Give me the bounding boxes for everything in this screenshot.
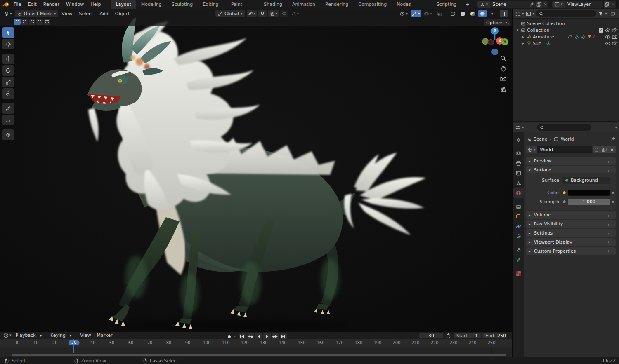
viewport-menu-view[interactable]: View <box>58 11 76 16</box>
disclosure-closed-icon[interactable]: ▸ <box>521 41 525 45</box>
workspace-tab-sculpting[interactable]: Sculpting <box>167 0 198 9</box>
shading-options-button[interactable]: ▾ <box>488 10 496 17</box>
workspace-tab-shading[interactable]: Shading <box>259 0 287 9</box>
select-intersect-button[interactable] <box>44 19 50 25</box>
pause-render-button[interactable] <box>500 10 508 17</box>
ruler-tick-90[interactable]: 90 <box>185 341 191 345</box>
select-box-tool[interactable] <box>2 27 14 38</box>
viewlayer-selector[interactable]: ▾ ViewLayer × <box>552 1 617 8</box>
keyframe-dot-icon[interactable] <box>612 201 614 203</box>
fake-user-button[interactable] <box>592 146 600 153</box>
tab-collection[interactable] <box>513 202 524 211</box>
ruler-tick-130[interactable]: 130 <box>260 341 267 345</box>
workspace-tab-layout[interactable]: Layout <box>111 0 136 9</box>
playhead[interactable] <box>73 339 74 353</box>
gizmos-button[interactable]: ▾ <box>411 10 421 17</box>
viewport-render-kirin-model[interactable] <box>0 9 513 332</box>
tab-object[interactable] <box>513 211 524 221</box>
shading-material-button[interactable] <box>468 10 477 17</box>
tab-view-layer[interactable] <box>513 168 524 178</box>
start-frame-field[interactable]: Start1 <box>454 333 481 338</box>
proportional-falloff-button[interactable]: ▾ <box>290 10 300 17</box>
tab-physics[interactable] <box>513 221 524 231</box>
transform-tool[interactable] <box>2 88 14 99</box>
tab-texture[interactable] <box>513 268 524 278</box>
world-name-field[interactable]: World <box>537 146 592 153</box>
drag-handle-icon[interactable]: ⋮⋮ <box>607 159 613 163</box>
ruler-tick-230[interactable]: 230 <box>449 341 457 345</box>
drag-handle-icon[interactable]: ⋮⋮ <box>607 231 613 235</box>
proportional-editing-button[interactable] <box>280 10 288 17</box>
move-tool[interactable] <box>2 54 14 64</box>
tab-object-data[interactable] <box>513 245 524 255</box>
blender-logo-icon[interactable] <box>2 1 9 8</box>
breadcrumb-world[interactable]: World <box>561 136 574 142</box>
surface-shader-button[interactable]: Background <box>562 177 610 184</box>
hide-eye-icon[interactable] <box>605 41 610 46</box>
menu-edit[interactable]: Edit <box>24 2 40 7</box>
shading-rendered-button[interactable] <box>478 10 487 17</box>
collection-checkbox[interactable]: ✓ <box>599 28 603 33</box>
scale-tool[interactable] <box>2 77 14 87</box>
ruler-tick-100[interactable]: 100 <box>203 341 210 345</box>
add-cube-tool[interactable] <box>2 129 14 140</box>
timeline-expand-arrow[interactable]: › <box>1 341 3 345</box>
menu-file[interactable]: File <box>10 2 24 7</box>
gizmo-axis-neg-z[interactable] <box>491 49 498 55</box>
strength-slider[interactable]: 1.000 <box>568 199 610 205</box>
workspace-tab-scripting[interactable]: Scripting <box>432 0 462 9</box>
workspace-tab-uv-editing[interactable]: UV Editing <box>198 0 226 9</box>
camera-view-icon[interactable] <box>500 76 506 82</box>
mode-selector[interactable]: Object Mode ▾ <box>15 10 59 17</box>
render-camera-icon[interactable] <box>612 41 617 46</box>
measure-tool[interactable] <box>2 115 14 125</box>
panel-volume[interactable]: ▸Volume⋮⋮ <box>526 211 616 219</box>
disclosure-open-icon[interactable]: ▾ <box>515 28 520 32</box>
workspace-tab-animation[interactable]: Animation <box>287 0 320 9</box>
ruler-tick-20[interactable]: 20 <box>52 341 58 345</box>
timeline-menu-keying[interactable]: Keying ▾ <box>47 333 77 338</box>
render-camera-icon[interactable] <box>612 28 617 33</box>
filter-icon[interactable] <box>598 11 603 16</box>
transform-orientation-selector[interactable]: Global ▾ <box>215 10 245 17</box>
pin-icon[interactable] <box>611 136 616 141</box>
workspace-tab-compositing[interactable]: Compositing <box>353 0 392 9</box>
jump-to-start-button[interactable] <box>239 333 246 339</box>
ruler-tick-70[interactable]: 70 <box>147 341 153 345</box>
tab-bone[interactable] <box>513 255 524 265</box>
ruler-tick-150[interactable]: 150 <box>298 341 305 345</box>
hide-eye-icon[interactable] <box>605 28 610 33</box>
timeline-scrollbar[interactable] <box>12 354 506 356</box>
outliner-row-sun[interactable]: ▸ Sun <box>515 40 619 47</box>
select-invert-button[interactable] <box>36 19 43 25</box>
ruler-tick-210[interactable]: 210 <box>411 341 419 345</box>
hide-eye-icon[interactable] <box>605 34 610 40</box>
disclosure-closed-icon[interactable]: ▸ <box>521 35 525 39</box>
ruler-tick-140[interactable]: 140 <box>279 341 286 345</box>
chevron-down-icon[interactable]: ▾ <box>234 335 236 338</box>
viewport-menu-select[interactable]: Select <box>76 11 96 16</box>
xray-button[interactable] <box>435 10 443 17</box>
navigation-gizmo[interactable]: Z X Y <box>479 26 512 59</box>
timeline-grid[interactable] <box>0 347 512 353</box>
workspace-tab-rendering[interactable]: Rendering <box>320 0 353 9</box>
tab-constraints[interactable] <box>513 231 524 241</box>
region-collapse-arrow[interactable]: ‹ <box>508 21 510 26</box>
color-socket-icon[interactable] <box>562 191 566 195</box>
panel-preview[interactable]: ▸ Preview ⋮⋮ <box>526 157 616 165</box>
chevron-down-icon[interactable]: ▾ <box>605 12 607 16</box>
timeline-menu-view[interactable]: View <box>77 333 94 338</box>
drag-handle-icon[interactable]: ⋮⋮ <box>607 213 613 217</box>
viewlayer-remove-button[interactable]: × <box>610 1 616 8</box>
select-new-button[interactable] <box>14 19 21 25</box>
ruler-tick-50[interactable]: 50 <box>109 341 115 345</box>
add-workspace-button[interactable]: + <box>462 2 473 7</box>
tab-world[interactable] <box>513 188 524 198</box>
tab-render[interactable] <box>513 148 524 158</box>
workspace-tab-texture-paint[interactable]: Texture Paint <box>226 0 259 9</box>
prev-keyframe-button[interactable] <box>247 333 254 339</box>
outliner-editor-icon[interactable] <box>515 11 520 16</box>
panel-viewport-display[interactable]: ▸Viewport Display⋮⋮ <box>526 238 616 246</box>
ruler-tick-190[interactable]: 190 <box>373 341 381 345</box>
ruler-tick-240[interactable]: 240 <box>468 341 476 345</box>
